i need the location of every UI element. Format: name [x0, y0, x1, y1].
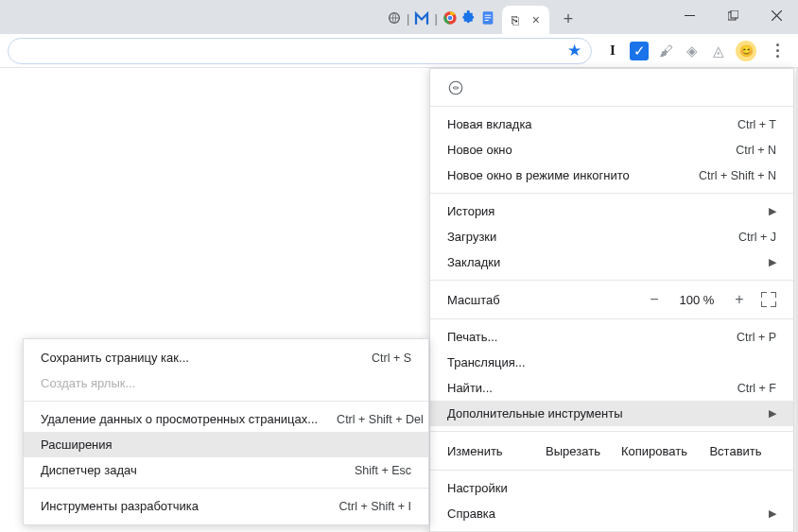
svg-rect-9	[685, 15, 695, 16]
chrome-menu-button[interactable]	[764, 38, 790, 64]
submenu-create-shortcut: Создать ярлык...	[24, 370, 428, 396]
svg-rect-11	[731, 10, 738, 18]
svg-point-4	[447, 16, 452, 21]
svg-rect-7	[484, 17, 491, 18]
edit-copy-button[interactable]: Копировать	[614, 444, 695, 458]
extension-drive-icon[interactable]: ◬	[709, 42, 728, 60]
tab-close-button[interactable]: ×	[532, 12, 540, 27]
toolbar: ★ I ✓ 🖌 ◈ ◬ 😊	[0, 34, 798, 68]
menu-separator	[430, 318, 793, 319]
submenu-save-page[interactable]: Сохранить страницу как... Ctrl + S	[24, 345, 428, 370]
menu-separator	[430, 106, 793, 107]
extension-check-icon[interactable]: ✓	[630, 42, 649, 60]
chevron-right-icon: ▶	[769, 256, 776, 268]
submenu-task-manager[interactable]: Диспетчер задач Shift + Esc	[24, 457, 428, 483]
menu-separator	[430, 431, 793, 432]
tab-favicon: ⎘	[512, 13, 525, 26]
window-minimize-button[interactable]	[668, 0, 711, 30]
bookmark-star-icon[interactable]: ★	[567, 41, 581, 60]
menu-zoom: Масштаб − 100 % +	[430, 285, 793, 314]
menu-settings[interactable]: Настройки	[430, 475, 793, 501]
menu-history[interactable]: История ▶	[430, 198, 793, 224]
fullscreen-button[interactable]	[761, 292, 776, 307]
submenu-extensions[interactable]: Расширения	[24, 432, 428, 457]
extension-diamond-icon[interactable]: ◈	[683, 42, 702, 60]
menu-cast[interactable]: Трансляция...	[430, 350, 793, 375]
more-tools-submenu: Сохранить страницу как... Ctrl + S Созда…	[23, 338, 429, 525]
chrome-main-menu: Новая вкладка Ctrl + T Новое окно Ctrl +…	[429, 68, 794, 532]
background-tab-favicons: | |	[386, 9, 496, 26]
menu-new-window[interactable]: Новое окно Ctrl + N	[430, 137, 793, 163]
menu-separator	[430, 193, 793, 194]
svg-rect-8	[484, 20, 488, 21]
menu-separator	[24, 401, 428, 402]
zoom-label: Масштаб	[447, 293, 636, 307]
menu-separator	[430, 470, 793, 471]
chevron-right-icon: ▶	[769, 205, 776, 217]
menu-separator	[430, 280, 793, 281]
svg-rect-6	[484, 15, 491, 16]
extension-i-icon[interactable]: I	[603, 42, 622, 60]
toolbar-actions: I ✓ 🖌 ◈ ◬ 😊	[603, 38, 790, 64]
menu-find[interactable]: Найти... Ctrl + F	[430, 375, 793, 401]
menu-separator	[24, 488, 428, 489]
active-tab[interactable]: ⎘ ×	[502, 6, 549, 34]
tab-separator: |	[407, 11, 409, 26]
submenu-clear-browsing-data[interactable]: Удаление данных о просмотренных страница…	[24, 406, 428, 432]
edit-paste-button[interactable]: Вставить	[695, 444, 776, 458]
address-bar[interactable]: ★	[8, 38, 592, 64]
menu-print[interactable]: Печать... Ctrl + P	[430, 324, 793, 350]
submenu-dev-tools[interactable]: Инструменты разработчика Ctrl + Shift + …	[24, 493, 428, 519]
extension-brush-icon[interactable]: 🖌	[656, 42, 675, 60]
menu-help[interactable]: Справка ▶	[430, 501, 793, 526]
edit-cut-button[interactable]: Вырезать	[532, 444, 614, 458]
window-controls	[668, 0, 798, 30]
menu-new-incognito[interactable]: Новое окно в режиме инкогнито Ctrl + Shi…	[430, 163, 793, 188]
docs-icon[interactable]	[479, 9, 496, 26]
window-close-button[interactable]	[755, 0, 798, 30]
chrome-icon[interactable]	[442, 9, 459, 26]
tab-strip: | | ⎘ × +	[0, 0, 798, 34]
chevron-right-icon: ▶	[769, 507, 776, 520]
globe-icon[interactable]	[386, 9, 403, 26]
tab-separator: |	[434, 11, 437, 26]
menu-edit: Изменить Вырезать Копировать Вставить	[430, 437, 793, 465]
menu-new-tab[interactable]: Новая вкладка Ctrl + T	[430, 112, 793, 137]
malwarebytes-icon[interactable]	[413, 9, 430, 26]
extension-menu-header	[430, 75, 793, 101]
new-tab-button[interactable]: +	[555, 6, 581, 32]
zoom-in-button[interactable]: +	[733, 291, 746, 308]
menu-downloads[interactable]: Загрузки Ctrl + J	[430, 224, 793, 249]
window-maximize-button[interactable]	[711, 0, 755, 30]
profile-avatar[interactable]: 😊	[736, 41, 756, 61]
edit-label: Изменить	[447, 444, 532, 458]
menu-more-tools[interactable]: Дополнительные инструменты ▶	[430, 401, 793, 426]
puzzle-icon[interactable]	[460, 9, 477, 26]
zoom-out-button[interactable]: −	[648, 291, 661, 308]
zoom-value: 100 %	[676, 293, 718, 307]
svg-point-12	[449, 81, 462, 94]
chevron-right-icon: ▶	[769, 407, 776, 420]
menu-bookmarks[interactable]: Закладки ▶	[430, 249, 793, 275]
